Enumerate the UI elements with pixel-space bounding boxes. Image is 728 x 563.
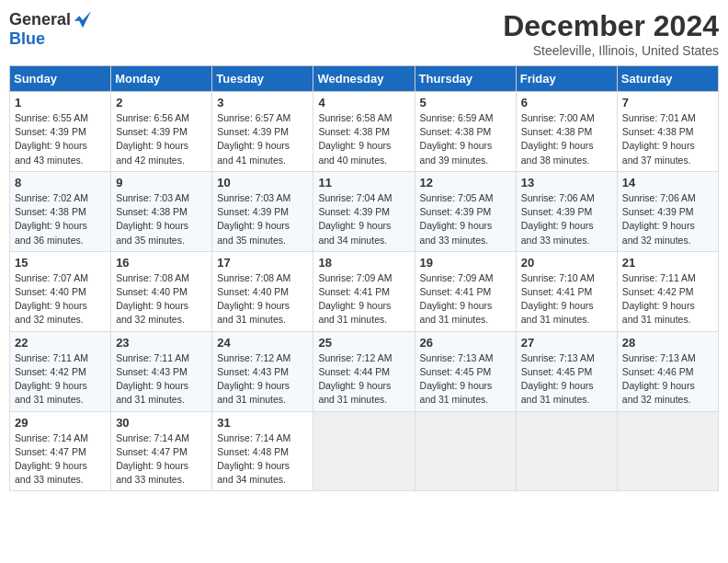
title-section: December 2024 Steeleville, Illinois, Uni… [503, 9, 719, 58]
table-row: 9 Sunrise: 7:03 AMSunset: 4:38 PMDayligh… [111, 171, 212, 251]
table-row: 21 Sunrise: 7:11 AMSunset: 4:42 PMDaylig… [617, 251, 718, 331]
table-row: 19 Sunrise: 7:09 AMSunset: 4:41 PMDaylig… [415, 251, 516, 331]
table-row: 31 Sunrise: 7:14 AMSunset: 4:48 PMDaylig… [212, 411, 313, 491]
table-row: 10 Sunrise: 7:03 AMSunset: 4:39 PMDaylig… [212, 171, 313, 251]
table-row: 4 Sunrise: 6:58 AMSunset: 4:38 PMDayligh… [313, 92, 415, 172]
table-row: 3 Sunrise: 6:57 AMSunset: 4:39 PMDayligh… [212, 92, 313, 172]
table-row: 28 Sunrise: 7:13 AMSunset: 4:46 PMDaylig… [617, 331, 718, 411]
main-title: December 2024 [503, 9, 719, 43]
table-row: 5 Sunrise: 6:59 AMSunset: 4:38 PMDayligh… [415, 92, 516, 172]
table-row: 11 Sunrise: 7:04 AMSunset: 4:39 PMDaylig… [313, 171, 415, 251]
table-row: 12 Sunrise: 7:05 AMSunset: 4:39 PMDaylig… [415, 171, 516, 251]
table-row: 1 Sunrise: 6:55 AMSunset: 4:39 PMDayligh… [10, 92, 111, 172]
col-thursday: Thursday [415, 66, 516, 92]
empty-cell [415, 411, 516, 491]
table-row: 22 Sunrise: 7:11 AMSunset: 4:42 PMDaylig… [10, 331, 111, 411]
calendar-table: Sunday Monday Tuesday Wednesday Thursday… [9, 65, 719, 491]
col-friday: Friday [516, 66, 617, 92]
week-row-4: 22 Sunrise: 7:11 AMSunset: 4:42 PMDaylig… [10, 331, 719, 411]
col-sunday: Sunday [10, 66, 111, 92]
table-row: 7 Sunrise: 7:01 AMSunset: 4:38 PMDayligh… [617, 92, 718, 172]
week-row-3: 15 Sunrise: 7:07 AMSunset: 4:40 PMDaylig… [10, 251, 719, 331]
logo-bird-icon [73, 9, 93, 29]
page-header: General Blue December 2024 Steeleville, … [9, 9, 719, 58]
table-row: 16 Sunrise: 7:08 AMSunset: 4:40 PMDaylig… [111, 251, 212, 331]
table-row: 29 Sunrise: 7:14 AMSunset: 4:47 PMDaylig… [10, 411, 111, 491]
table-row: 15 Sunrise: 7:07 AMSunset: 4:40 PMDaylig… [10, 251, 111, 331]
col-tuesday: Tuesday [212, 66, 313, 92]
table-row: 23 Sunrise: 7:11 AMSunset: 4:43 PMDaylig… [111, 331, 212, 411]
table-row: 27 Sunrise: 7:13 AMSunset: 4:45 PMDaylig… [516, 331, 617, 411]
table-row: 13 Sunrise: 7:06 AMSunset: 4:39 PMDaylig… [516, 171, 617, 251]
subtitle: Steeleville, Illinois, United States [503, 43, 719, 58]
table-row: 17 Sunrise: 7:08 AMSunset: 4:40 PMDaylig… [212, 251, 313, 331]
empty-cell [516, 411, 617, 491]
logo-blue-text: Blue [9, 29, 45, 49]
table-row: 20 Sunrise: 7:10 AMSunset: 4:41 PMDaylig… [516, 251, 617, 331]
col-monday: Monday [111, 66, 212, 92]
empty-cell [617, 411, 718, 491]
col-saturday: Saturday [617, 66, 718, 92]
table-row: 25 Sunrise: 7:12 AMSunset: 4:44 PMDaylig… [313, 331, 415, 411]
table-row: 30 Sunrise: 7:14 AMSunset: 4:47 PMDaylig… [111, 411, 212, 491]
week-row-5: 29 Sunrise: 7:14 AMSunset: 4:47 PMDaylig… [10, 411, 719, 491]
table-row: 18 Sunrise: 7:09 AMSunset: 4:41 PMDaylig… [313, 251, 415, 331]
calendar-header-row: Sunday Monday Tuesday Wednesday Thursday… [10, 66, 719, 92]
table-row: 24 Sunrise: 7:12 AMSunset: 4:43 PMDaylig… [212, 331, 313, 411]
week-row-1: 1 Sunrise: 6:55 AMSunset: 4:39 PMDayligh… [10, 92, 719, 172]
table-row: 8 Sunrise: 7:02 AMSunset: 4:38 PMDayligh… [10, 171, 111, 251]
logo: General Blue [9, 9, 93, 49]
table-row: 6 Sunrise: 7:00 AMSunset: 4:38 PMDayligh… [516, 92, 617, 172]
logo-general-text: General [9, 10, 71, 29]
col-wednesday: Wednesday [313, 66, 415, 92]
week-row-2: 8 Sunrise: 7:02 AMSunset: 4:38 PMDayligh… [10, 171, 719, 251]
empty-cell [313, 411, 415, 491]
table-row: 14 Sunrise: 7:06 AMSunset: 4:39 PMDaylig… [617, 171, 718, 251]
table-row: 26 Sunrise: 7:13 AMSunset: 4:45 PMDaylig… [415, 331, 516, 411]
table-row: 2 Sunrise: 6:56 AMSunset: 4:39 PMDayligh… [111, 92, 212, 172]
